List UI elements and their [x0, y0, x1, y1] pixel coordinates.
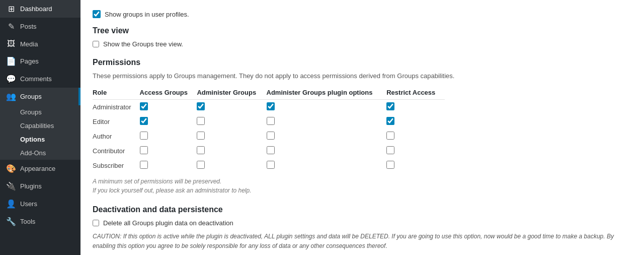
- col-plugin-options: Administer Groups plugin options: [267, 86, 387, 100]
- plugin_options-checkbox-3[interactable]: [267, 146, 275, 154]
- access-cell: [140, 129, 197, 144]
- col-role: Role: [93, 86, 140, 100]
- groups-icon: 👥: [6, 92, 16, 101]
- table-row: Administrator: [93, 100, 445, 115]
- role-cell: Subscriber: [93, 158, 140, 173]
- content-area: Show groups in user profiles. Tree view …: [80, 0, 644, 255]
- sidebar-item-comments[interactable]: 💬 Comments: [0, 70, 80, 88]
- restrict-checkbox-0[interactable]: [386, 102, 394, 110]
- table-row: Subscriber: [93, 158, 445, 173]
- delete-on-deactivation-label: Delete all Groups plugin data on deactiv…: [103, 219, 233, 227]
- permissions-footer-note: A minimum set of permissions will be pre…: [93, 177, 632, 195]
- sidebar-item-dashboard[interactable]: ⊞ Dashboard: [0, 0, 80, 18]
- access-checkbox-3[interactable]: [140, 146, 148, 154]
- administer-checkbox-2[interactable]: [197, 132, 205, 140]
- show-groups-profiles-label: Show groups in user profiles.: [105, 11, 189, 18]
- plugin_options-cell: [267, 100, 387, 115]
- comments-icon: 💬: [6, 74, 16, 84]
- sidebar-item-label: Media: [20, 40, 38, 48]
- col-access: Access Groups: [140, 86, 197, 100]
- tree-view-section: Tree view Show the Groups tree view.: [93, 26, 632, 48]
- sidebar-item-groups[interactable]: 👥 Groups: [0, 88, 80, 105]
- plugin_options-checkbox-0[interactable]: [267, 102, 275, 110]
- table-row: Editor: [93, 114, 445, 129]
- sidebar-item-pages[interactable]: 📄 Pages: [0, 52, 80, 70]
- plugin_options-checkbox-2[interactable]: [267, 132, 275, 140]
- sidebar-item-appearance[interactable]: 🎨 Appearance: [0, 160, 80, 177]
- restrict-checkbox-1[interactable]: [386, 117, 394, 125]
- restrict-checkbox-2[interactable]: [386, 132, 394, 140]
- sidebar-item-media[interactable]: 🖼 Media: [0, 35, 80, 52]
- role-cell: Contributor: [93, 144, 140, 158]
- permissions-table: Role Access Groups Administer Groups Adm…: [93, 86, 445, 173]
- sidebar-item-label: Posts: [20, 23, 37, 30]
- access-checkbox-0[interactable]: [140, 102, 148, 110]
- access-cell: [140, 144, 197, 158]
- sidebar-item-tools[interactable]: 🔧 Tools: [0, 213, 80, 230]
- tree-view-row: Show the Groups tree view.: [93, 40, 632, 48]
- administer-checkbox-1[interactable]: [197, 117, 205, 125]
- plugin_options-checkbox-4[interactable]: [267, 161, 275, 169]
- sidebar: ⊞ Dashboard ✎ Posts 🖼 Media 📄 Pages 💬 Co…: [0, 0, 80, 255]
- sidebar-item-users[interactable]: 👤 Users: [0, 195, 80, 213]
- sidebar-item-label: Comments: [20, 75, 52, 83]
- show-tree-view-checkbox[interactable]: [93, 41, 99, 47]
- access-checkbox-2[interactable]: [140, 132, 148, 140]
- restrict-cell: [386, 158, 445, 173]
- restrict-cell: [386, 144, 445, 158]
- role-cell: Author: [93, 129, 140, 144]
- restrict-cell: [386, 129, 445, 144]
- administer-cell: [197, 129, 266, 144]
- restrict-cell: [386, 100, 445, 115]
- plugin_options-cell: [267, 129, 387, 144]
- access-cell: [140, 100, 197, 115]
- sidebar-item-posts[interactable]: ✎ Posts: [0, 18, 80, 35]
- caution-text: CAUTION: If this option is active while …: [93, 232, 626, 251]
- access-cell: [140, 114, 197, 129]
- deactivation-row: Delete all Groups plugin data on deactiv…: [93, 219, 632, 227]
- role-cell: Administrator: [93, 100, 140, 115]
- administer-cell: [197, 114, 266, 129]
- perm-note-2: If you lock yourself out, please ask an …: [93, 187, 252, 194]
- role-cell: Editor: [93, 114, 140, 129]
- sidebar-item-plugins[interactable]: 🔌 Plugins: [0, 177, 80, 195]
- sidebar-item-label: Groups: [20, 93, 42, 100]
- administer-cell: [197, 144, 266, 158]
- delete-on-deactivation-checkbox[interactable]: [93, 220, 99, 226]
- show-groups-profiles-checkbox[interactable]: [93, 10, 101, 18]
- plugin_options-checkbox-1[interactable]: [267, 117, 275, 125]
- access-checkbox-1[interactable]: [140, 117, 148, 125]
- sidebar-item-label: Pages: [20, 57, 39, 65]
- dashboard-icon: ⊞: [6, 4, 16, 14]
- appearance-icon: 🎨: [6, 164, 16, 173]
- permissions-heading: Permissions: [93, 58, 632, 67]
- plugin_options-cell: [267, 144, 387, 158]
- sidebar-subitem-capabilities[interactable]: Capabilities: [0, 119, 80, 133]
- tree-view-heading: Tree view: [93, 26, 632, 35]
- administer-cell: [197, 100, 266, 115]
- sidebar-subitem-addons[interactable]: Add-Ons: [0, 146, 80, 160]
- sidebar-subitem-options[interactable]: Options: [0, 133, 80, 146]
- administer-checkbox-3[interactable]: [197, 146, 205, 154]
- show-tree-view-label: Show the Groups tree view.: [103, 40, 183, 48]
- access-checkbox-4[interactable]: [140, 161, 148, 169]
- main-content: Show groups in user profiles. Tree view …: [80, 0, 644, 255]
- active-indicator: [78, 88, 80, 105]
- pages-icon: 📄: [6, 56, 16, 66]
- show-groups-in-profiles-row: Show groups in user profiles.: [93, 10, 632, 18]
- permissions-section: Permissions These permissions apply to G…: [93, 58, 632, 195]
- administer-cell: [197, 158, 266, 173]
- administer-checkbox-4[interactable]: [197, 161, 205, 169]
- permissions-note: These permissions apply to Groups manage…: [93, 72, 632, 80]
- perm-note-1: A minimum set of permissions will be pre…: [93, 178, 221, 185]
- col-restrict: Restrict Access: [386, 86, 445, 100]
- administer-checkbox-0[interactable]: [197, 102, 205, 110]
- deactivation-heading: Deactivation and data persistence: [93, 205, 632, 214]
- sidebar-item-label: Appearance: [20, 165, 55, 172]
- col-administer: Administer Groups: [197, 86, 266, 100]
- sidebar-subitem-groups[interactable]: Groups: [0, 105, 80, 119]
- restrict-checkbox-4[interactable]: [386, 161, 394, 169]
- sidebar-item-label: Dashboard: [20, 5, 52, 13]
- restrict-checkbox-3[interactable]: [386, 146, 394, 154]
- plugin_options-cell: [267, 158, 387, 173]
